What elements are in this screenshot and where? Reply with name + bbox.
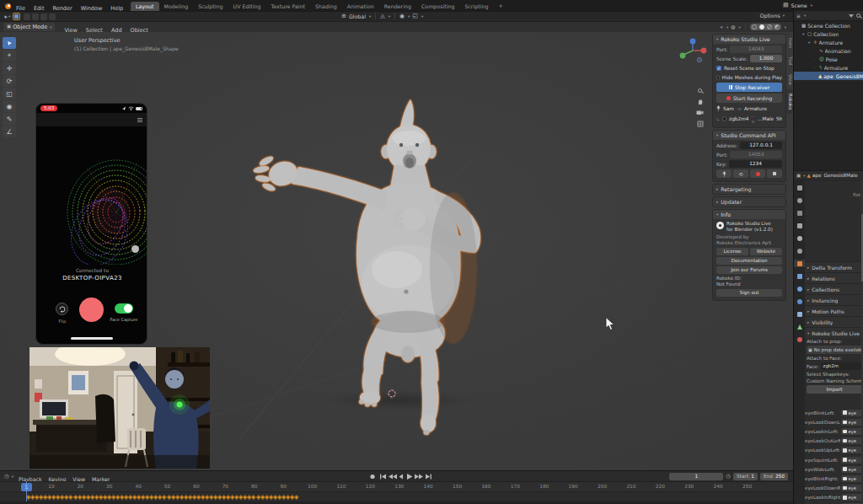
- scale-tool[interactable]: ◱: [3, 88, 16, 99]
- search-icon[interactable]: [856, 13, 860, 18]
- cursor-tool[interactable]: ⌖: [3, 50, 16, 62]
- shapekey-mapping-field[interactable]: eye: [841, 485, 863, 491]
- sidebar-tab-item[interactable]: Item: [786, 34, 793, 52]
- section-relations[interactable]: ▸Relations: [805, 272, 863, 283]
- shapekey-mapping-field[interactable]: eye: [841, 494, 863, 501]
- properties-tab-object-data[interactable]: [794, 323, 805, 330]
- proportional-edit-icon[interactable]: ◉: [399, 13, 405, 19]
- add-workspace-button[interactable]: +: [493, 1, 507, 10]
- shapekey-checkbox-icon[interactable]: [843, 439, 847, 443]
- section-instancing[interactable]: ▸Instancing: [805, 294, 863, 305]
- keyframe-diamond[interactable]: [273, 495, 277, 499]
- properties-tab-object[interactable]: [794, 260, 805, 267]
- show-gizmo-icon[interactable]: ⌖: [721, 24, 723, 29]
- properties-tab-constraints[interactable]: [794, 310, 805, 318]
- start-frame-field[interactable]: Start 1: [733, 473, 758, 480]
- keyframe-diamond[interactable]: [269, 495, 273, 499]
- shapekey-mapping-field[interactable]: eye: [841, 428, 863, 435]
- documentation-button[interactable]: Documentation: [716, 257, 782, 265]
- annotate-tool[interactable]: ✎: [3, 113, 16, 125]
- keyframe-diamond[interactable]: [90, 495, 94, 499]
- rokoko-panel-header[interactable]: ▾ Rokoko Studio Live: [713, 35, 785, 44]
- retargeting-section-header[interactable]: ▸ Retargeting: [712, 184, 786, 195]
- properties-tab-physics[interactable]: [794, 298, 805, 305]
- editor-type-icon[interactable]: ▣: [796, 173, 801, 178]
- updater-section-header[interactable]: ▸ Updater: [712, 196, 786, 207]
- keyframe-diamond[interactable]: [175, 495, 180, 499]
- face-field-value[interactable]: zgb2m: [821, 362, 862, 370]
- join-forums-button[interactable]: Join our Forums: [716, 266, 782, 274]
- import-button[interactable]: Import: [807, 385, 862, 394]
- actor-mapping-row[interactable]: Sam -> Armature: [716, 105, 782, 112]
- shapekey-checkbox-icon[interactable]: [843, 496, 847, 500]
- api-stop-button[interactable]: [767, 169, 782, 178]
- rotate-tool[interactable]: ⟳: [3, 75, 16, 87]
- gizmo-dropdown-icon[interactable]: ◱: [412, 13, 418, 19]
- workspace-tab-layout[interactable]: Layout: [131, 2, 158, 11]
- phone-menu-icon[interactable]: [137, 118, 142, 122]
- pan-hand-icon[interactable]: [695, 97, 705, 106]
- options-dropdown[interactable]: Options ▾: [759, 13, 785, 19]
- properties-tab-scene[interactable]: [794, 234, 805, 242]
- section-collections[interactable]: ▸Collections: [805, 283, 863, 294]
- measure-tool[interactable]: ∠: [3, 126, 16, 137]
- outliner-item-scene-collection[interactable]: ·▦Scene Collection: [794, 21, 863, 29]
- tool-option-icon-1[interactable]: [24, 13, 30, 20]
- shapekey-mapping-field[interactable]: eye: [841, 419, 863, 426]
- wireframe-shading-icon[interactable]: [752, 24, 757, 29]
- shapekey-checkbox-icon[interactable]: [843, 467, 847, 471]
- scene-scale-field[interactable]: 1.000: [750, 55, 782, 62]
- section-rokoko-studio-live-se[interactable]: ▾Rokoko Studio Live Se: [805, 327, 863, 338]
- properties-tab-material[interactable]: [794, 335, 805, 343]
- collapse-icon[interactable]: ▾: [808, 40, 812, 45]
- phone-record-button[interactable]: [79, 298, 104, 322]
- end-frame-field[interactable]: End 250: [760, 473, 788, 480]
- api-calibrate-button[interactable]: [716, 169, 732, 178]
- workspace-tab-sculpting[interactable]: Sculpting: [193, 2, 228, 11]
- outliner-item-ape-genesis8male[interactable]: ·▲ape_Genesis8Male: [794, 72, 863, 80]
- display-mode-icon[interactable]: ≡: [796, 13, 801, 19]
- keyframe-diamond[interactable]: [260, 495, 265, 499]
- keyframe-diamond[interactable]: [252, 495, 256, 499]
- snap-icon[interactable]: ◬: [380, 13, 384, 19]
- website-button[interactable]: Website: [750, 248, 782, 255]
- keyframe-diamond[interactable]: [294, 495, 298, 499]
- collapse-icon[interactable]: ▾: [802, 32, 807, 36]
- keyframe-diamond[interactable]: [171, 495, 175, 499]
- outliner-item-animation[interactable]: ·∿Animation: [794, 46, 863, 55]
- shapekey-mapping-field[interactable]: eye: [841, 466, 863, 473]
- properties-tab-world[interactable]: [794, 247, 805, 255]
- keyframe-diamond[interactable]: [180, 495, 184, 499]
- sidebar-tab-rokoko[interactable]: Rokoko: [786, 89, 793, 114]
- show-overlays-icon[interactable]: ◍: [731, 24, 735, 29]
- shapekey-checkbox-icon[interactable]: [843, 477, 847, 481]
- orientation-value[interactable]: Global: [349, 13, 366, 19]
- stop-receiver-button[interactable]: Stop Receiver: [716, 83, 782, 92]
- workspace-tab-rendering[interactable]: Rendering: [379, 2, 416, 11]
- api-restart-button[interactable]: ⟲: [733, 169, 748, 178]
- outliner-item-armature[interactable]: ▾✛Armature: [794, 38, 863, 46]
- info-panel-header[interactable]: ▾ Info: [713, 210, 785, 219]
- keyframe-diamond[interactable]: [73, 495, 78, 499]
- viewport-3d[interactable]: User Perspective (1) Collection | ape_Ge…: [0, 32, 793, 470]
- playhead[interactable]: [26, 481, 27, 504]
- camera-view-icon[interactable]: [695, 108, 705, 117]
- properties-tab-view-layer[interactable]: [794, 222, 805, 229]
- keyframe-diamond[interactable]: [167, 495, 171, 499]
- reset-scene-checkbox[interactable]: ✓: [716, 66, 721, 71]
- tool-option-icon-2[interactable]: [32, 13, 39, 20]
- hide-meshes-row[interactable]: Hide Meshes during Play: [716, 73, 782, 81]
- sign-out-button[interactable]: Sign out: [716, 289, 782, 297]
- scene-selector[interactable]: ▤ Scene ▾: [783, 3, 860, 8]
- api-port-field[interactable]: 14053: [730, 151, 782, 158]
- properties-tab-output[interactable]: [794, 209, 805, 217]
- shapekey-mapping-field[interactable]: eye: [841, 457, 863, 464]
- timeline-editor-icon[interactable]: ◷: [4, 473, 9, 480]
- hide-meshes-checkbox[interactable]: [716, 75, 720, 80]
- rendered-shading-icon[interactable]: [775, 24, 780, 29]
- workspace-tab-animation[interactable]: Animation: [342, 2, 379, 11]
- solid-shading-icon[interactable]: [759, 24, 764, 29]
- shapekey-checkbox-icon[interactable]: [843, 410, 847, 415]
- select-box-tool[interactable]: ➤: [3, 37, 16, 49]
- playback-controls[interactable]: [369, 473, 437, 480]
